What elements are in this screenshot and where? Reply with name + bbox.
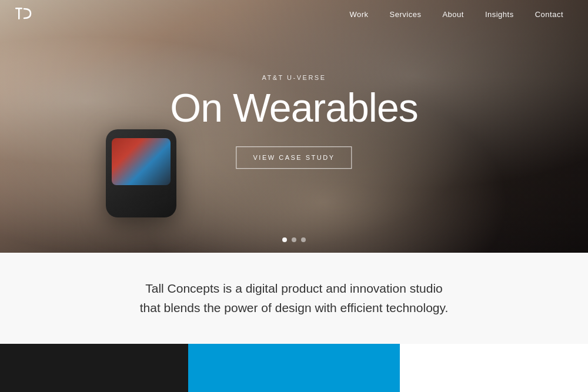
main-nav: Work Services About Insights Contact xyxy=(0,0,588,28)
nav-about[interactable]: About xyxy=(432,0,474,28)
tagline-line1: Tall Concepts is a digital product and i… xyxy=(145,282,442,295)
tagline-text: Tall Concepts is a digital product and i… xyxy=(140,279,449,317)
nav-work[interactable]: Work xyxy=(339,0,379,28)
tagline-section: Tall Concepts is a digital product and i… xyxy=(0,253,588,344)
footer-white-block xyxy=(400,344,588,392)
dot-3[interactable] xyxy=(301,237,306,242)
footer-black-block xyxy=(0,344,188,392)
logo-icon xyxy=(14,5,32,23)
nav-contact[interactable]: Contact xyxy=(524,0,574,28)
hero-title: On Wearables xyxy=(170,87,417,129)
hero-section: AT&T U-VERSE On Wearables VIEW CASE STUD… xyxy=(0,0,588,253)
hero-subtitle: AT&T U-VERSE xyxy=(170,74,417,81)
dot-2[interactable] xyxy=(292,237,296,242)
hero-carousel-dots xyxy=(282,237,306,242)
nav-insights[interactable]: Insights xyxy=(475,0,524,28)
dot-1[interactable] xyxy=(282,237,287,242)
hero-cta-button[interactable]: VIEW CASE STUDY xyxy=(236,147,352,169)
nav-links: Work Services About Insights Contact xyxy=(339,0,574,28)
nav-services[interactable]: Services xyxy=(379,0,432,28)
footer-strip xyxy=(0,344,588,392)
hero-content: AT&T U-VERSE On Wearables VIEW CASE STUD… xyxy=(170,74,417,169)
logo[interactable] xyxy=(14,5,32,23)
tagline-line2: that blends the power of design with eff… xyxy=(140,301,449,314)
footer-blue-block xyxy=(188,344,400,392)
svg-rect-1 xyxy=(18,8,20,19)
